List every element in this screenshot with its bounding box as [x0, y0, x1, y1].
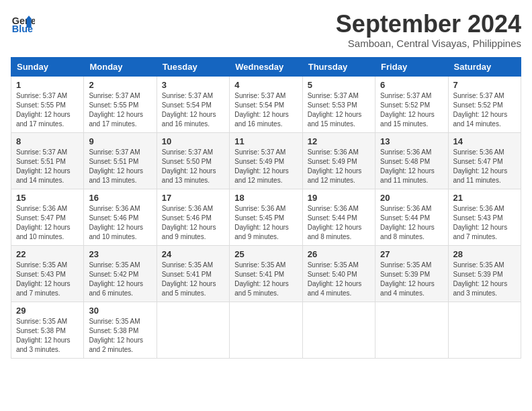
title-section: September 2024 Samboan, Central Visayas,…: [336, 11, 521, 49]
day-number: 13: [380, 136, 443, 146]
calendar-week-row: 8 Sunrise: 5:37 AM Sunset: 5:51 PM Dayli…: [11, 132, 521, 189]
day-number: 12: [308, 136, 370, 146]
calendar-cell: 13 Sunrise: 5:36 AM Sunset: 5:48 PM Dayl…: [375, 132, 448, 189]
day-number: 19: [308, 193, 370, 203]
calendar-cell: 18 Sunrise: 5:36 AM Sunset: 5:45 PM Dayl…: [230, 189, 302, 245]
calendar-cell: 16 Sunrise: 5:36 AM Sunset: 5:46 PM Dayl…: [84, 189, 157, 245]
day-info: Sunrise: 5:36 AM Sunset: 5:46 PM Dayligh…: [89, 204, 151, 242]
day-info: Sunrise: 5:37 AM Sunset: 5:50 PM Dayligh…: [162, 148, 224, 185]
day-number: 24: [162, 249, 224, 259]
calendar-cell: 8 Sunrise: 5:37 AM Sunset: 5:51 PM Dayli…: [11, 132, 84, 189]
day-info: Sunrise: 5:37 AM Sunset: 5:55 PM Dayligh…: [89, 91, 151, 129]
day-number: 30: [89, 306, 151, 316]
calendar-week-row: 1 Sunrise: 5:37 AM Sunset: 5:55 PM Dayli…: [11, 76, 521, 132]
day-number: 16: [89, 193, 151, 203]
day-info: Sunrise: 5:37 AM Sunset: 5:51 PM Dayligh…: [89, 148, 151, 185]
month-title: September 2024: [336, 11, 521, 38]
calendar-cell: 25 Sunrise: 5:35 AM Sunset: 5:41 PM Dayl…: [230, 245, 302, 302]
day-info: Sunrise: 5:35 AM Sunset: 5:41 PM Dayligh…: [162, 261, 224, 298]
calendar-cell: 15 Sunrise: 5:36 AM Sunset: 5:47 PM Dayl…: [11, 189, 84, 245]
day-number: 23: [89, 249, 151, 259]
day-number: 15: [16, 193, 79, 203]
calendar-table: Sunday Monday Tuesday Wednesday Thursday…: [11, 57, 521, 359]
day-number: 17: [162, 193, 224, 203]
day-info: Sunrise: 5:36 AM Sunset: 5:47 PM Dayligh…: [16, 204, 79, 242]
day-number: 7: [453, 80, 516, 90]
day-number: 27: [380, 249, 443, 259]
day-number: 29: [16, 306, 79, 316]
day-number: 25: [234, 249, 297, 259]
day-number: 4: [234, 80, 297, 90]
calendar-header-row: Sunday Monday Tuesday Wednesday Thursday…: [11, 57, 521, 76]
day-number: 3: [162, 80, 224, 90]
col-wednesday: Wednesday: [230, 57, 302, 76]
calendar-cell: [302, 302, 375, 358]
calendar-cell: 4 Sunrise: 5:37 AM Sunset: 5:54 PM Dayli…: [230, 76, 302, 132]
calendar-week-row: 22 Sunrise: 5:35 AM Sunset: 5:43 PM Dayl…: [11, 245, 521, 302]
day-info: Sunrise: 5:37 AM Sunset: 5:52 PM Dayligh…: [380, 91, 443, 129]
logo-icon: General Blue: [11, 11, 35, 35]
calendar-cell: 5 Sunrise: 5:37 AM Sunset: 5:53 PM Dayli…: [302, 76, 375, 132]
day-number: 11: [234, 136, 297, 146]
calendar-cell: [448, 302, 521, 358]
day-info: Sunrise: 5:35 AM Sunset: 5:42 PM Dayligh…: [89, 261, 151, 298]
col-saturday: Saturday: [448, 57, 521, 76]
calendar-cell: 10 Sunrise: 5:37 AM Sunset: 5:50 PM Dayl…: [157, 132, 229, 189]
day-number: 6: [380, 80, 443, 90]
day-number: 28: [453, 249, 516, 259]
day-info: Sunrise: 5:37 AM Sunset: 5:54 PM Dayligh…: [162, 91, 224, 129]
day-info: Sunrise: 5:35 AM Sunset: 5:38 PM Dayligh…: [16, 317, 79, 355]
calendar-cell: 30 Sunrise: 5:35 AM Sunset: 5:38 PM Dayl…: [84, 302, 157, 358]
calendar-cell: [230, 302, 302, 358]
col-tuesday: Tuesday: [157, 57, 229, 76]
day-number: 9: [89, 136, 151, 146]
day-number: 21: [453, 193, 516, 203]
calendar-cell: 20 Sunrise: 5:36 AM Sunset: 5:44 PM Dayl…: [375, 189, 448, 245]
calendar-week-row: 29 Sunrise: 5:35 AM Sunset: 5:38 PM Dayl…: [11, 302, 521, 358]
day-number: 8: [16, 136, 79, 146]
calendar-cell: 29 Sunrise: 5:35 AM Sunset: 5:38 PM Dayl…: [11, 302, 84, 358]
location-subtitle: Samboan, Central Visayas, Philippines: [336, 38, 521, 49]
day-number: 2: [89, 80, 151, 90]
calendar-cell: 3 Sunrise: 5:37 AM Sunset: 5:54 PM Dayli…: [157, 76, 229, 132]
day-info: Sunrise: 5:36 AM Sunset: 5:45 PM Dayligh…: [234, 204, 297, 242]
day-info: Sunrise: 5:36 AM Sunset: 5:46 PM Dayligh…: [162, 204, 224, 242]
calendar-cell: 23 Sunrise: 5:35 AM Sunset: 5:42 PM Dayl…: [84, 245, 157, 302]
day-info: Sunrise: 5:36 AM Sunset: 5:43 PM Dayligh…: [453, 204, 516, 242]
day-info: Sunrise: 5:36 AM Sunset: 5:44 PM Dayligh…: [308, 204, 370, 242]
day-number: 26: [308, 249, 370, 259]
day-info: Sunrise: 5:36 AM Sunset: 5:49 PM Dayligh…: [308, 148, 370, 185]
day-number: 14: [453, 136, 516, 146]
calendar-cell: 19 Sunrise: 5:36 AM Sunset: 5:44 PM Dayl…: [302, 189, 375, 245]
calendar-cell: [157, 302, 229, 358]
day-info: Sunrise: 5:37 AM Sunset: 5:53 PM Dayligh…: [308, 91, 370, 129]
calendar-cell: 12 Sunrise: 5:36 AM Sunset: 5:49 PM Dayl…: [302, 132, 375, 189]
day-number: 1: [16, 80, 79, 90]
calendar-cell: 14 Sunrise: 5:36 AM Sunset: 5:47 PM Dayl…: [448, 132, 521, 189]
calendar-cell: 1 Sunrise: 5:37 AM Sunset: 5:55 PM Dayli…: [11, 76, 84, 132]
day-info: Sunrise: 5:37 AM Sunset: 5:49 PM Dayligh…: [234, 148, 297, 185]
day-info: Sunrise: 5:35 AM Sunset: 5:40 PM Dayligh…: [308, 261, 370, 298]
day-number: 22: [16, 249, 79, 259]
calendar-cell: 9 Sunrise: 5:37 AM Sunset: 5:51 PM Dayli…: [84, 132, 157, 189]
calendar-cell: 2 Sunrise: 5:37 AM Sunset: 5:55 PM Dayli…: [84, 76, 157, 132]
calendar-cell: 27 Sunrise: 5:35 AM Sunset: 5:39 PM Dayl…: [375, 245, 448, 302]
day-info: Sunrise: 5:37 AM Sunset: 5:51 PM Dayligh…: [16, 148, 79, 185]
calendar-cell: 22 Sunrise: 5:35 AM Sunset: 5:43 PM Dayl…: [11, 245, 84, 302]
day-number: 10: [162, 136, 224, 146]
calendar-cell: 11 Sunrise: 5:37 AM Sunset: 5:49 PM Dayl…: [230, 132, 302, 189]
calendar-cell: 26 Sunrise: 5:35 AM Sunset: 5:40 PM Dayl…: [302, 245, 375, 302]
day-info: Sunrise: 5:36 AM Sunset: 5:47 PM Dayligh…: [453, 148, 516, 185]
day-info: Sunrise: 5:35 AM Sunset: 5:38 PM Dayligh…: [89, 317, 151, 355]
calendar-cell: 24 Sunrise: 5:35 AM Sunset: 5:41 PM Dayl…: [157, 245, 229, 302]
calendar-cell: 7 Sunrise: 5:37 AM Sunset: 5:52 PM Dayli…: [448, 76, 521, 132]
day-info: Sunrise: 5:37 AM Sunset: 5:52 PM Dayligh…: [453, 91, 516, 129]
day-number: 20: [380, 193, 443, 203]
logo: General Blue: [11, 11, 35, 35]
col-sunday: Sunday: [11, 57, 84, 76]
calendar-cell: 21 Sunrise: 5:36 AM Sunset: 5:43 PM Dayl…: [448, 189, 521, 245]
day-info: Sunrise: 5:37 AM Sunset: 5:55 PM Dayligh…: [16, 91, 79, 129]
day-number: 5: [308, 80, 370, 90]
day-info: Sunrise: 5:35 AM Sunset: 5:39 PM Dayligh…: [453, 261, 516, 298]
page-header: General Blue September 2024 Samboan, Cen…: [11, 11, 521, 49]
